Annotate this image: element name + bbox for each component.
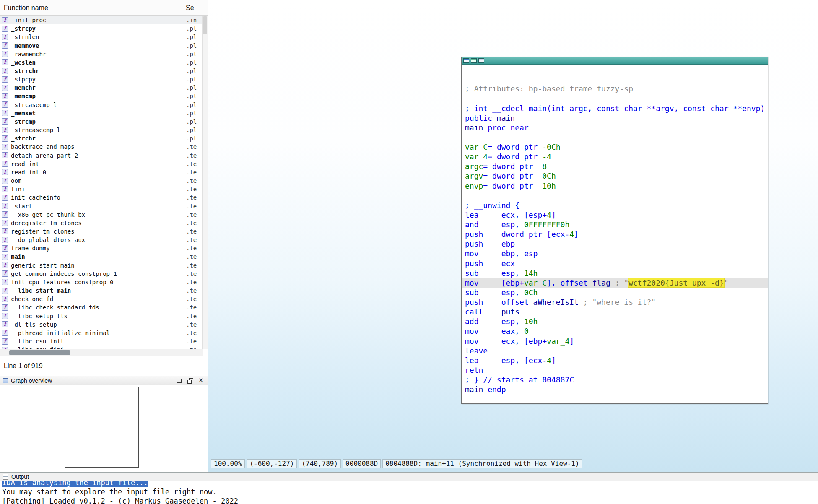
function-list-item[interactable]: fgeneric_start_main.te (0, 261, 203, 270)
window-icon[interactable] (463, 58, 469, 63)
function-list-item[interactable]: f__libc_csu_fini.te (0, 346, 203, 349)
disassembly-line[interactable] (462, 132, 768, 142)
disassembly-listing[interactable]: ; Attributes: bp-based frame fuzzy-sp; i… (462, 65, 768, 403)
disassembly-line[interactable]: add esp, 10h (462, 317, 768, 326)
scrollbar-thumb[interactable] (9, 350, 70, 355)
disassembly-line[interactable]: leave (462, 346, 768, 356)
output-line[interactable]: [Patching] Loaded v0.1.2 - (c) Markus Ga… (2, 496, 818, 504)
disassembly-line[interactable] (462, 74, 768, 84)
disassembly-line[interactable] (462, 94, 768, 103)
graph-overview-canvas[interactable] (0, 386, 208, 472)
text-view-icon[interactable] (478, 58, 484, 63)
disassembly-line[interactable]: ; __unwind { (462, 200, 768, 210)
function-list-item[interactable]: f__x86_get_pc_thunk_bx.te (0, 210, 203, 219)
output-log[interactable]: IDA is analysing the input file...You ma… (0, 481, 818, 504)
functions-horizontal-scrollbar[interactable] (0, 349, 203, 356)
function-list-item[interactable]: f_strrchr.pl (0, 67, 203, 75)
disassembly-line[interactable]: mov ebp, esp (462, 249, 768, 258)
disassembly-line[interactable] (462, 191, 768, 200)
function-list-item[interactable]: fcheck_one_fd.te (0, 295, 203, 303)
function-list-item[interactable]: f__libc_csu_init.te (0, 337, 203, 346)
ida-view-titlebar[interactable] (462, 57, 768, 65)
graph-overview-header[interactable]: Graph overview (0, 376, 208, 385)
function-list-item[interactable]: ffini.te (0, 185, 203, 193)
function-list-item[interactable]: fget_common_indeces_constprop_1.te (0, 270, 203, 278)
column-header-function-name[interactable]: Function name (4, 0, 48, 16)
function-list-item[interactable]: fdetach_arena_part_2.te (0, 151, 203, 160)
disassembly-line[interactable]: envp= dword ptr 10h (462, 181, 768, 191)
disassembly-line[interactable]: var_C= dword ptr -0Ch (462, 142, 768, 152)
disassembly-line[interactable]: sub esp, 14h (462, 268, 768, 278)
function-list-item[interactable]: f_stpcpy.pl (0, 75, 203, 83)
disassembly-line[interactable]: var_4= dword ptr -4 (462, 152, 768, 161)
graph-overview-viewport[interactable] (65, 387, 139, 468)
maximize-icon[interactable] (175, 377, 183, 384)
function-list-item[interactable]: f_start.te (0, 202, 203, 210)
function-list-item[interactable]: f__do_global_dtors_aux.te (0, 236, 203, 244)
function-list-item[interactable]: fbacktrace_and_maps.te (0, 143, 203, 151)
function-list-item[interactable]: f_memchr.pl (0, 83, 203, 92)
graph-view-icon[interactable] (471, 58, 477, 63)
disassembly-line[interactable]: mov ecx, [ebp+var_4] (462, 336, 768, 346)
function-list-item[interactable]: f__libc_setup_tls.te (0, 312, 203, 320)
output-line[interactable]: You may start to explore the input file … (2, 487, 818, 496)
function-list-item[interactable]: f_strchr.pl (0, 134, 203, 143)
disassembly-line[interactable]: push offset aWhereIsIt ; "where is it?" (462, 297, 768, 307)
disassembly-line[interactable]: call puts (462, 307, 768, 317)
output-tab-label[interactable]: Output (11, 473, 29, 480)
function-list-item[interactable]: f_memcmp.pl (0, 92, 203, 100)
function-list-item[interactable]: f_dl_tls_setup.te (0, 320, 203, 329)
disassembly-line[interactable]: ; Attributes: bp-based frame fuzzy-sp (462, 84, 768, 94)
disassembly-line[interactable]: lea esp, [ecx-4] (462, 356, 768, 365)
disassembly-line[interactable]: push dword ptr [ecx-4] (462, 229, 768, 239)
function-list-item[interactable]: finit_cpu_features_constprop_0.te (0, 278, 203, 286)
disassembly-line[interactable]: main endp (462, 384, 768, 394)
function-list-item[interactable]: fderegister_tm_clones.te (0, 219, 203, 227)
function-list-item[interactable]: finit_cacheinfo.te (0, 193, 203, 202)
function-list-item[interactable]: f_strncasecmp_l.pl (0, 126, 203, 134)
function-list-item[interactable]: f__libc_check_standard_fds.te (0, 303, 203, 312)
function-list-item[interactable]: f_strcpy.pl (0, 24, 203, 33)
function-list-item[interactable]: f__libc_start_main.te (0, 286, 203, 295)
function-list-item[interactable]: f__pthread_initialize_minimal.te (0, 329, 203, 337)
function-list-item[interactable]: fframe_dummy.te (0, 244, 203, 252)
function-list-item[interactable]: f_rawmemchr.pl (0, 50, 203, 58)
function-list-item[interactable]: foom.te (0, 177, 203, 185)
function-list-item[interactable]: f_memmove.pl (0, 41, 203, 49)
function-segment: .te (186, 220, 202, 226)
function-list-item[interactable]: f_wcslen.pl (0, 58, 203, 67)
disassembly-line[interactable]: argc= dword ptr 8 (462, 161, 768, 171)
disassembly-line[interactable]: mov eax, 0 (462, 326, 768, 336)
output-tabbar[interactable]: Output (0, 473, 818, 481)
function-list-item[interactable]: f_strcasecmp_l.pl (0, 101, 203, 109)
disassembly-line[interactable]: argv= dword ptr 0Ch (462, 171, 768, 181)
scrollbar-thumb[interactable] (203, 16, 207, 34)
function-list-item[interactable]: f_memset.pl (0, 109, 203, 117)
output-line[interactable]: IDA is analysing the input file... (2, 481, 818, 487)
column-header-segment[interactable]: Se (186, 0, 194, 16)
function-list-item[interactable]: fread_int.te (0, 160, 203, 168)
close-icon[interactable] (197, 377, 205, 384)
function-list-item[interactable]: f_init_proc.in (0, 16, 203, 24)
disassembly-line[interactable] (462, 65, 768, 74)
disassembly-line[interactable]: sub esp, 0Ch (462, 288, 768, 297)
disassembly-line[interactable]: main proc near (462, 123, 768, 132)
disassembly-line[interactable]: mov [ebp+var_C], offset flag ; "wctf2020… (462, 278, 768, 288)
disassembly-line[interactable]: ; int __cdecl main(int argc, const char … (462, 104, 768, 113)
disassembly-line[interactable]: retn (462, 365, 768, 375)
function-list-item[interactable]: f_strnlen.pl (0, 33, 203, 41)
disassembly-line[interactable]: lea ecx, [esp+4] (462, 210, 768, 220)
function-list-item[interactable]: f_strcmp.pl (0, 117, 203, 126)
function-list-item[interactable]: fread_int_0.te (0, 168, 203, 177)
float-window-icon[interactable] (186, 377, 194, 384)
functions-vertical-scrollbar[interactable] (202, 16, 208, 349)
disassembly-line[interactable]: public main (462, 113, 768, 123)
function-list-item[interactable]: fmain.te (0, 252, 203, 261)
disassembly-line[interactable]: and esp, 0FFFFFFF0h (462, 220, 768, 229)
disassembly-line[interactable]: push ebp (462, 239, 768, 249)
disassembly-line[interactable]: ; } // starts at 804887C (462, 375, 768, 384)
function-name: __libc_check_standard_fds (11, 304, 182, 311)
function-segment: .te (186, 304, 202, 311)
function-list-item[interactable]: fregister_tm_clones.te (0, 227, 203, 236)
disassembly-line[interactable]: push ecx (462, 259, 768, 268)
